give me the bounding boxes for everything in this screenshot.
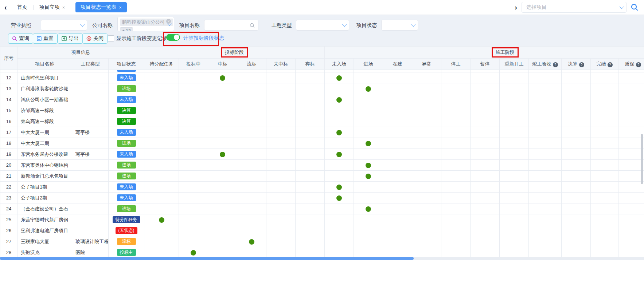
status-cell: 进场 xyxy=(109,83,144,94)
stage-cell xyxy=(383,203,412,214)
column-header: 停工 xyxy=(441,59,471,70)
stage-cell xyxy=(618,72,644,83)
close-tab-icon[interactable]: × xyxy=(119,5,122,10)
show-construction-change-checkbox[interactable] xyxy=(108,35,114,41)
stage-cell xyxy=(529,203,562,214)
stage-cell xyxy=(618,160,644,171)
stage-cell xyxy=(383,149,412,160)
status-badge: 决算 xyxy=(117,107,136,114)
stage-cell xyxy=(618,225,644,236)
tab-label: 首页 xyxy=(17,4,27,11)
company-label: 公司名称 xyxy=(92,22,113,29)
table-row[interactable]: 16荣乌高速一标段决算 xyxy=(0,116,644,127)
stage-cell xyxy=(562,247,591,257)
stage-dot xyxy=(366,141,371,146)
help-icon[interactable]: ? xyxy=(608,62,613,67)
export-button[interactable]: 导出 xyxy=(58,33,83,44)
stage-cell xyxy=(208,236,237,247)
search-button[interactable]: 查询 xyxy=(8,33,33,44)
stage-cell xyxy=(412,83,441,94)
status-cell: 进场 xyxy=(109,138,144,149)
stage-cell xyxy=(325,105,354,116)
select-project-dropdown[interactable]: 选择项目 xyxy=(522,2,627,13)
project-status-select[interactable] xyxy=(381,20,418,31)
stage-cell xyxy=(618,247,644,257)
stage-cell xyxy=(500,203,529,214)
table-row[interactable]: 23公子项目2期未入场 xyxy=(0,193,644,203)
table-row[interactable]: 25东营宁德时代新厂房钢待分配任务 xyxy=(0,214,644,225)
group-header-construction-stage: 施工阶段 xyxy=(325,47,644,59)
stage-cell xyxy=(618,171,644,182)
tab-project-initiation[interactable]: 项目立项 × xyxy=(34,0,71,15)
reset-button[interactable]: 重置 xyxy=(33,33,58,44)
stage-cell xyxy=(412,236,441,247)
license-select[interactable] xyxy=(41,20,87,31)
stage-cell xyxy=(354,171,383,182)
table-row[interactable]: 27三联家电大厦玻璃设计院工程流标 xyxy=(0,236,644,247)
tabs-scroll-left-icon[interactable]: ‹ xyxy=(0,3,11,12)
company-select[interactable]: 鹏程控股梁山分公司 × + 12 xyxy=(117,17,174,31)
project-type-select[interactable] xyxy=(296,20,349,31)
annotation-box-bid-stage: 投标阶段 xyxy=(221,47,248,58)
table-row[interactable]: 20东营市奥体中心钢结构进场 xyxy=(0,160,644,171)
stage-cell xyxy=(325,236,354,247)
stage-cell xyxy=(296,225,325,236)
table-row[interactable]: 26垦利弗迪电池厂房项目(无状态) xyxy=(0,225,644,236)
stage-cell xyxy=(237,236,266,247)
column-header: 暂停 xyxy=(471,59,500,70)
project-name-input[interactable] xyxy=(204,20,258,31)
table-row[interactable]: 19东营水务局办公楼改建写字楼未入场 xyxy=(0,149,644,160)
help-icon[interactable]: ? xyxy=(579,62,584,67)
column-header: 项目名称 xyxy=(17,59,72,70)
table-row-partial xyxy=(0,70,644,72)
table-row[interactable]: 28头孢沃克医院投标中 xyxy=(0,247,644,257)
stage-cell xyxy=(500,193,529,203)
close-button[interactable]: 关闭 xyxy=(82,33,108,44)
project-type-cell xyxy=(72,193,109,203)
stage-cell xyxy=(179,116,208,127)
table-row[interactable]: 15济邹高速一标段决算 xyxy=(0,105,644,116)
status-cell: 流标 xyxy=(109,236,144,247)
stage-cell xyxy=(144,138,179,149)
close-button-label: 关闭 xyxy=(93,35,104,42)
table-row[interactable]: 14鸿庆公司小区一期基础未入场 xyxy=(0,94,644,105)
stage-cell xyxy=(529,105,562,116)
search-icon[interactable] xyxy=(630,3,639,12)
table-row[interactable]: 17中大大厦一期写字楼未入场 xyxy=(0,127,644,138)
close-tab-icon[interactable]: × xyxy=(62,5,65,10)
stage-cell xyxy=(179,94,208,105)
help-icon[interactable]: ? xyxy=(553,62,558,67)
stage-cell xyxy=(208,94,237,105)
table-row[interactable]: 24（金石建设公司）金石进场 xyxy=(0,203,644,214)
project-name-cell: （金石建设公司）金石 xyxy=(17,203,72,214)
tab-project-status-overview[interactable]: 项目状态一览表 × xyxy=(75,2,127,12)
stage-cell xyxy=(471,182,500,193)
horizontal-scrollbar-thumb[interactable] xyxy=(0,257,414,260)
project-type-cell: 写字楼 xyxy=(72,149,109,160)
stage-cell xyxy=(383,247,412,257)
table-row[interactable]: 21新邦涌金门总承包项目进场 xyxy=(0,171,644,182)
tab-divider xyxy=(71,5,71,10)
help-icon[interactable]: ? xyxy=(636,62,641,67)
stage-cell xyxy=(562,160,591,171)
project-type-cell xyxy=(72,160,109,171)
horizontal-scrollbar[interactable] xyxy=(0,257,644,260)
column-header: 重新开工 xyxy=(500,59,529,70)
vertical-scrollbar-thumb[interactable] xyxy=(641,134,643,184)
project-type-cell xyxy=(72,116,109,127)
status-badge: 决算 xyxy=(117,118,136,125)
stage-cell xyxy=(441,171,471,182)
compute-bid-stage-toggle[interactable] xyxy=(166,34,180,41)
tabs-scroll-right-icon[interactable]: › xyxy=(510,3,522,12)
table-row[interactable]: 12山东时代垦利项目未入场 xyxy=(0,72,644,83)
stage-cell xyxy=(441,160,471,171)
stage-cell xyxy=(383,138,412,149)
table-row[interactable]: 22公子项目1期未入场 xyxy=(0,182,644,193)
stage-cell xyxy=(529,138,562,149)
column-header-serial: 序号 xyxy=(0,47,17,70)
table-row[interactable]: 13广利港滚装客轮防沙堤进场 xyxy=(0,83,644,94)
stage-cell xyxy=(179,171,208,182)
table-row[interactable]: 18中大大厦二期进场 xyxy=(0,138,644,149)
column-header: 未入场 xyxy=(325,59,354,70)
tab-home[interactable]: 首页 xyxy=(11,0,33,15)
